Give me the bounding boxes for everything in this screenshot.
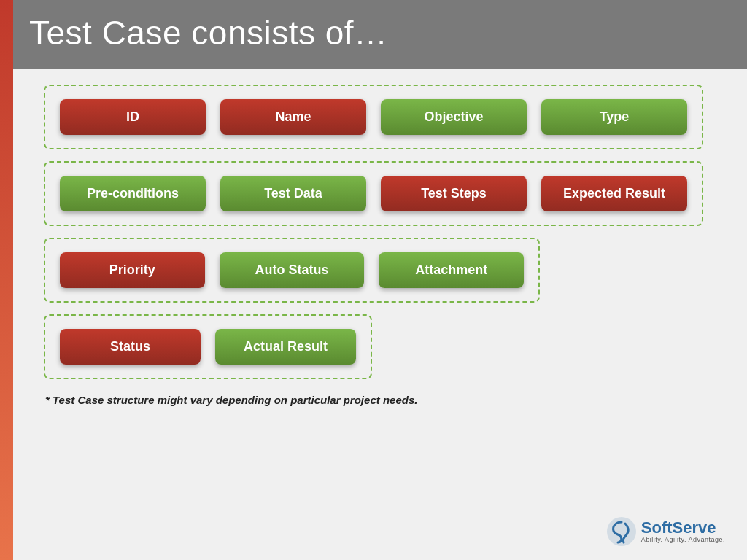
pill-pre-conditions: Pre-conditions (60, 176, 206, 211)
pill-status: Status (60, 329, 201, 365)
footnote-text: * Test Case structure might vary dependi… (44, 394, 703, 406)
group-row-4: Status Actual Result (44, 314, 372, 379)
pill-objective: Objective (381, 99, 527, 135)
group-row-2: Pre-conditions Test Data Test Steps Expe… (44, 161, 703, 226)
pill-id: ID (60, 99, 206, 135)
page-title: Test Case consists of… (29, 13, 718, 52)
group-row-1: ID Name Objective Type (44, 85, 703, 149)
pill-expected-result: Expected Result (541, 176, 687, 211)
pill-type: Type (541, 99, 687, 135)
logo-tagline: Ability. Agility. Advantage. (641, 536, 725, 543)
pill-name: Name (220, 99, 366, 135)
pill-test-steps: Test Steps (381, 176, 527, 211)
softserve-logo-icon (606, 516, 637, 547)
group-row-3: Priority Auto Status Attachment (44, 238, 540, 303)
content-area: ID Name Objective Type Pre-conditions Te… (0, 69, 747, 560)
pill-actual-result: Actual Result (215, 329, 356, 365)
logo-name: SoftServe (641, 520, 725, 536)
logo-text: SoftServe Ability. Agility. Advantage. (641, 520, 725, 543)
pill-auto-status: Auto Status (220, 252, 365, 288)
logo: SoftServe Ability. Agility. Advantage. (606, 516, 725, 547)
pill-priority: Priority (60, 252, 205, 288)
pill-attachment: Attachment (379, 252, 524, 288)
pill-test-data: Test Data (220, 176, 366, 211)
